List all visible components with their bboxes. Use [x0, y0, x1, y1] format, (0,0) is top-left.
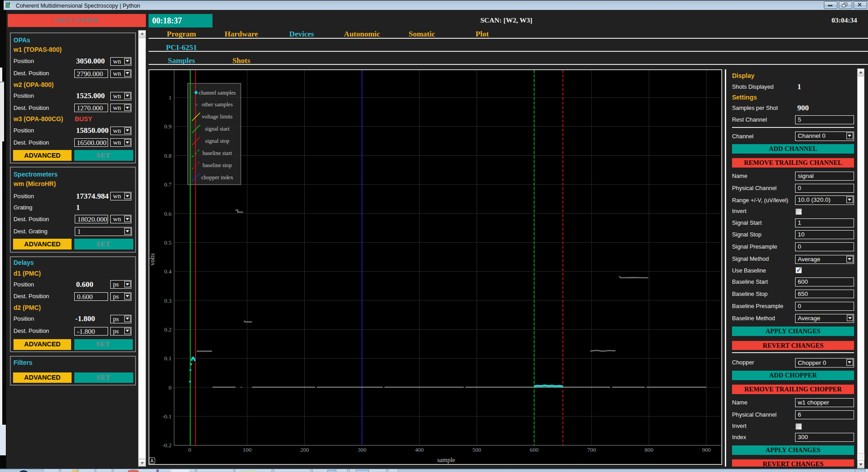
svg-text:0.9: 0.9 — [164, 123, 172, 130]
svg-text:baseline start: baseline start — [203, 150, 232, 156]
svg-text:700: 700 — [587, 446, 596, 453]
svg-text:volts: volts — [149, 253, 156, 265]
svg-text:1: 1 — [169, 94, 172, 101]
svg-text:500: 500 — [472, 446, 481, 453]
svg-text:A: A — [150, 458, 154, 463]
svg-text:100: 100 — [243, 446, 252, 453]
svg-text:900: 900 — [702, 446, 711, 453]
svg-text:signal stop: signal stop — [205, 138, 230, 144]
svg-text:-0.2: -0.2 — [162, 442, 172, 449]
svg-text:chopper index: chopper index — [201, 174, 234, 181]
svg-text:signal start: signal start — [205, 126, 230, 132]
svg-text:800: 800 — [645, 446, 654, 453]
svg-text:voltage limits: voltage limits — [202, 113, 233, 120]
svg-text:0: 0 — [169, 384, 172, 391]
svg-text:other samples: other samples — [202, 101, 233, 108]
svg-text:sample: sample — [437, 457, 455, 463]
svg-text:0.1: 0.1 — [164, 355, 172, 362]
svg-text:baseline stop: baseline stop — [203, 162, 232, 168]
svg-text:0.8: 0.8 — [164, 152, 172, 159]
svg-text:-0.1: -0.1 — [162, 413, 172, 420]
svg-text:200: 200 — [300, 446, 309, 453]
svg-text:400: 400 — [415, 446, 424, 453]
svg-text:600: 600 — [530, 446, 539, 453]
svg-text:0.5: 0.5 — [164, 239, 172, 246]
svg-text:0.3: 0.3 — [164, 297, 172, 304]
svg-text:300: 300 — [357, 446, 366, 453]
svg-text:channel samples: channel samples — [199, 90, 235, 96]
svg-text:0: 0 — [188, 446, 191, 453]
svg-text:0.2: 0.2 — [164, 326, 172, 333]
svg-text:0.6: 0.6 — [164, 210, 172, 217]
svg-text:0.7: 0.7 — [164, 181, 172, 188]
svg-text:0.4: 0.4 — [164, 268, 172, 275]
